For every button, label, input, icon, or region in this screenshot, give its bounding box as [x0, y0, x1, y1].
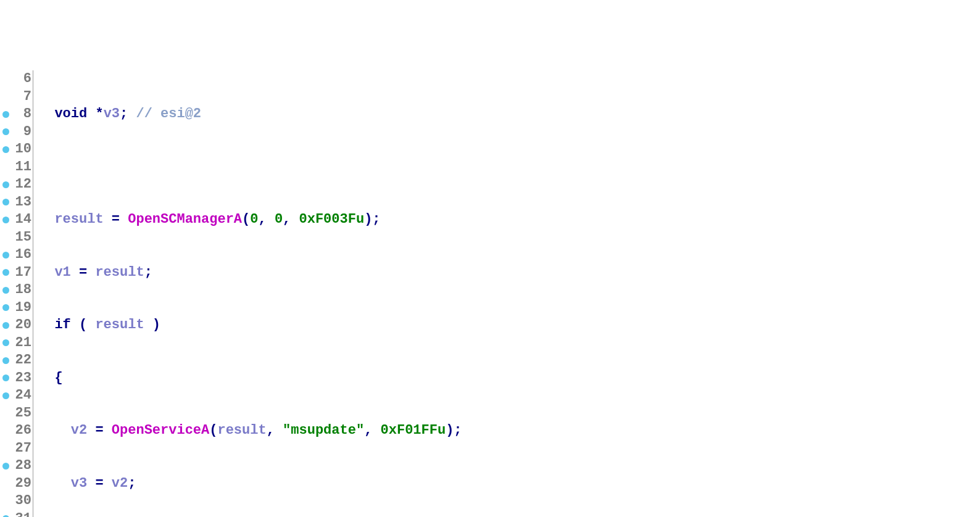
- breakpoint-dot-icon[interactable]: [0, 229, 11, 247]
- code-text: [38, 423, 71, 438]
- line-number: 19: [11, 299, 31, 317]
- code-line[interactable]: void *v3; // esi@2: [38, 105, 980, 123]
- breakpoint-dot-icon[interactable]: [0, 70, 11, 88]
- breakpoint-dot-icon[interactable]: [0, 510, 11, 518]
- code-line[interactable]: v2 = OpenServiceA(result, "msupdate", 0x…: [38, 422, 980, 440]
- code-text: (: [209, 423, 217, 438]
- breakpoint-dot-icon[interactable]: [0, 194, 11, 212]
- line-number: 6: [11, 70, 31, 88]
- line-number: 22: [11, 352, 31, 370]
- code-line[interactable]: if ( result ): [38, 316, 980, 334]
- function-call: OpenSCManagerA: [128, 212, 242, 227]
- line-number: 8: [11, 105, 31, 123]
- code-text: ;: [144, 265, 152, 280]
- breakpoint-dot-icon[interactable]: [0, 211, 11, 229]
- line-number-gutter: 6789101112131415161718192021222324252627…: [11, 70, 33, 517]
- breakpoint-dot-icon[interactable]: [0, 457, 11, 475]
- code-text: result: [95, 265, 144, 280]
- breakpoint-dot-icon[interactable]: [0, 492, 11, 510]
- breakpoint-dot-icon[interactable]: [0, 246, 11, 264]
- code-line[interactable]: v3 = v2;: [38, 475, 980, 493]
- code-text: result: [54, 212, 103, 227]
- code-text: ,: [267, 423, 283, 438]
- code-text: =: [87, 476, 112, 491]
- code-text: if (: [38, 317, 95, 333]
- code-line[interactable]: [38, 159, 980, 176]
- code-text: void: [38, 106, 95, 122]
- line-number: 23: [11, 370, 31, 387]
- comment-text: // esi@2: [136, 106, 201, 122]
- breakpoint-dot-icon[interactable]: [0, 299, 11, 317]
- line-number: 12: [11, 176, 31, 194]
- line-number: 13: [11, 194, 31, 212]
- line-number: 7: [11, 88, 31, 106]
- code-text: (: [242, 212, 250, 227]
- code-line[interactable]: v1 = result;: [38, 264, 980, 282]
- number-literal: 0xF01FFu: [381, 423, 446, 438]
- line-number: 24: [11, 387, 31, 405]
- line-number: 25: [11, 405, 31, 423]
- breakpoint-dot-icon[interactable]: [0, 88, 11, 106]
- code-text: );: [364, 212, 380, 227]
- breakpoint-dot-icon[interactable]: [0, 387, 11, 405]
- code-text: v3: [71, 476, 87, 491]
- code-text: result: [217, 423, 266, 438]
- line-number: 10: [11, 141, 31, 159]
- code-text: result: [95, 317, 144, 333]
- breakpoint-dot-icon[interactable]: [0, 316, 11, 334]
- code-text: );: [446, 423, 462, 438]
- code-text: =: [104, 212, 128, 227]
- function-call: OpenServiceA: [112, 423, 209, 438]
- line-number: 11: [11, 159, 31, 176]
- code-text: [38, 265, 54, 280]
- breakpoint-dot-icon[interactable]: [0, 105, 11, 123]
- code-text: v2: [112, 476, 128, 491]
- line-number: 9: [11, 123, 31, 141]
- code-text: ,: [283, 212, 299, 227]
- breakpoint-dot-icon[interactable]: [0, 264, 11, 282]
- breakpoint-dot-icon[interactable]: [0, 405, 11, 423]
- breakpoint-dot-icon[interactable]: [0, 370, 11, 387]
- string-literal: "msupdate": [283, 423, 364, 438]
- line-number: 31: [11, 510, 31, 518]
- breakpoint-dot-icon[interactable]: [0, 281, 11, 299]
- code-text: ;: [128, 476, 136, 491]
- line-number: 29: [11, 475, 31, 493]
- breakpoint-dot-icon[interactable]: [0, 352, 11, 370]
- breakpoint-dot-icon[interactable]: [0, 123, 11, 141]
- breakpoint-margin[interactable]: [0, 70, 11, 517]
- line-number: 21: [11, 334, 31, 352]
- code-text: v2: [71, 423, 87, 438]
- line-number: 20: [11, 316, 31, 334]
- code-text: ,: [258, 212, 274, 227]
- code-text: v3: [104, 106, 120, 122]
- line-number: 26: [11, 422, 31, 440]
- line-number: 18: [11, 281, 31, 299]
- line-number: 28: [11, 457, 31, 475]
- breakpoint-dot-icon[interactable]: [0, 159, 11, 176]
- code-text: ): [144, 317, 160, 333]
- number-literal: 0: [250, 212, 258, 227]
- code-text: [38, 476, 71, 491]
- code-text: =: [71, 265, 96, 280]
- breakpoint-dot-icon[interactable]: [0, 440, 11, 458]
- code-text: ,: [364, 423, 380, 438]
- number-literal: 0xF003Fu: [299, 212, 365, 227]
- line-number: 16: [11, 246, 31, 264]
- code-editor[interactable]: 6789101112131415161718192021222324252627…: [0, 70, 980, 517]
- code-text: [38, 212, 54, 227]
- code-text: {: [38, 370, 63, 386]
- number-literal: 0: [275, 212, 283, 227]
- code-area[interactable]: void *v3; // esi@2 result = OpenSCManage…: [38, 70, 980, 517]
- breakpoint-dot-icon[interactable]: [0, 475, 11, 493]
- code-line[interactable]: {: [38, 370, 980, 387]
- code-text: *: [95, 106, 103, 122]
- code-text: ;: [120, 106, 136, 122]
- code-line[interactable]: result = OpenSCManagerA(0, 0, 0xF003Fu);: [38, 211, 980, 229]
- breakpoint-dot-icon[interactable]: [0, 334, 11, 352]
- line-number: 14: [11, 211, 31, 229]
- breakpoint-dot-icon[interactable]: [0, 422, 11, 440]
- line-number: 17: [11, 264, 31, 282]
- breakpoint-dot-icon[interactable]: [0, 141, 11, 159]
- breakpoint-dot-icon[interactable]: [0, 176, 11, 194]
